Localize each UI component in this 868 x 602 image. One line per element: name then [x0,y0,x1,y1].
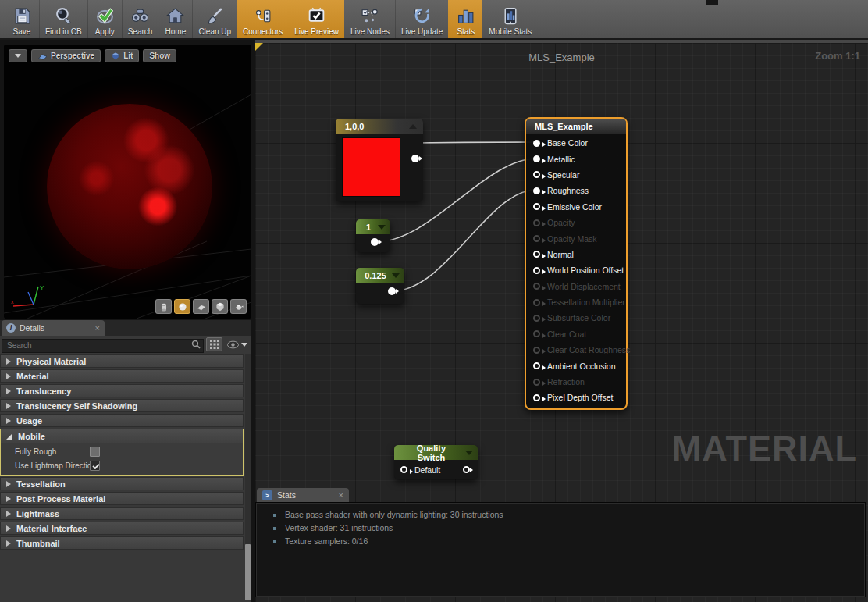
details-category-header[interactable]: Physical Material [0,354,244,368]
use-lightmap-direction-checkbox[interactable] [90,461,100,471]
material-pin-row[interactable]: World Position Offset [533,262,626,278]
close-icon[interactable]: × [339,491,343,500]
node-constant-0125[interactable]: 0.125 [356,268,404,304]
mobile-category-header[interactable]: Mobile [1,429,243,443]
details-category-header[interactable]: Usage [0,414,244,427]
save-button[interactable]: Save [5,0,39,38]
node-header[interactable]: Quality Switch [394,445,478,460]
pin-circle-icon[interactable] [533,315,540,322]
details-category-header[interactable]: Thumbnail [0,536,244,550]
pin-circle-icon[interactable] [533,140,540,147]
node-header[interactable]: 1 [356,219,390,234]
pin-circle-icon[interactable] [533,330,540,337]
material-pin-row[interactable]: Specular [533,167,626,183]
details-scrollbar-thumb[interactable] [245,544,251,600]
pin-circle-icon[interactable] [533,187,540,194]
apply-button[interactable]: Apply [87,0,122,38]
pin-circle-icon[interactable] [533,203,540,210]
lit-mode-button[interactable]: Lit [105,49,139,62]
pin-circle-icon[interactable] [533,299,540,306]
material-preview-sphere[interactable] [47,104,212,269]
node-header[interactable]: 0.125 [356,268,404,283]
property-matrix-button[interactable] [206,337,222,351]
material-pin-row[interactable]: Roughness [533,183,626,198]
color-swatch[interactable] [342,137,400,197]
pin-circle-icon[interactable] [533,362,540,369]
collapse-arrow-icon[interactable] [392,273,400,278]
pin-circle-icon[interactable] [533,155,540,162]
live-nodes-button[interactable]: Live Nodes [344,0,395,38]
pin-circle-icon[interactable] [533,379,540,386]
fully-rough-checkbox[interactable] [90,447,100,457]
viewport-options-dropdown[interactable] [9,49,27,62]
pin-circle-icon[interactable] [533,251,540,258]
details-category-header[interactable]: Translucency Self Shadowing [0,399,244,412]
cube-mesh-button[interactable] [212,299,228,314]
mobile-stats-button[interactable]: Mobile Stats [482,0,537,38]
show-menu-button[interactable]: Show [143,49,176,62]
collapse-arrow-icon[interactable] [378,225,386,230]
graph-panel[interactable]: MLS_Example Zoom 1:1 MATERIAL 1,0,0 [255,43,868,602]
details-category-header[interactable]: Post Process Material [0,492,244,505]
pin-circle-icon[interactable] [533,235,540,242]
search-input[interactable] [2,339,204,353]
output-pin-icon[interactable] [411,155,419,162]
material-pin-row[interactable]: Refraction [533,374,626,390]
material-pin-row[interactable]: Tessellation Multiplier [533,294,626,310]
node-material-result[interactable]: MLS_Example Base Color Metallic [525,117,628,410]
preview-viewport[interactable]: Perspective Lit Show x Y [4,45,251,319]
output-pin-icon[interactable] [388,287,396,295]
perspective-button[interactable]: Perspective [31,49,101,62]
pin-circle-icon[interactable] [533,347,540,354]
material-pin-row[interactable]: Normal [533,247,626,262]
home-button[interactable]: Home [158,0,192,38]
material-pin-row[interactable]: Ambient Occlusion [533,358,626,373]
details-category-header[interactable]: Lightmass [0,507,244,520]
tab-details[interactable]: i Details × [2,320,105,336]
material-pin-row[interactable]: Opacity [533,215,626,230]
material-pin-row[interactable]: Clear Coat Roughness [533,342,626,358]
material-pin-row[interactable]: Opacity Mask [533,230,626,246]
details-category-header[interactable]: Material [0,369,244,383]
teapot-mesh-button[interactable] [230,299,247,314]
collapse-arrow-icon[interactable] [409,124,417,129]
material-pin-row[interactable]: Base Color [533,135,626,151]
material-pin-row[interactable]: Pixel Depth Offset [533,390,626,405]
material-pin-row[interactable]: Emissive Color [533,199,626,215]
node-header[interactable]: MLS_Example [526,119,626,134]
pin-circle-icon[interactable] [533,171,540,178]
pin-circle-icon[interactable] [533,219,540,226]
view-options-button[interactable] [225,337,250,351]
cylinder-mesh-button[interactable] [155,299,172,314]
search-button[interactable]: Search [122,0,158,38]
find-in-cb-button[interactable]: Find in CB [39,0,87,38]
live-update-button[interactable]: Live Update [395,0,448,38]
details-category-header[interactable]: Translucency [0,384,244,397]
output-pin-icon[interactable] [371,238,379,246]
pin-circle-icon[interactable] [533,267,540,274]
details-category-header[interactable]: Material Interface [0,522,244,535]
pin-circle-icon[interactable] [533,283,540,290]
stats-button[interactable]: Stats [448,0,482,38]
pin-circle-icon[interactable] [400,466,407,473]
close-icon[interactable]: × [95,324,100,333]
material-pin-row[interactable]: World Displacement [533,279,626,294]
output-pin-icon[interactable] [463,466,470,473]
details-scrollbar-track[interactable] [245,354,251,600]
details-category-header[interactable]: Tessellation [0,477,244,490]
sphere-mesh-button[interactable] [174,299,190,314]
live-preview-button[interactable]: Live Preview [288,0,344,38]
tab-stats[interactable]: > Stats × [257,488,349,502]
pin-circle-icon[interactable] [533,394,540,401]
node-constant-1[interactable]: 1 [356,219,390,252]
material-pin-row[interactable]: Metallic [533,151,626,166]
clean-up-button[interactable]: Clean Up [192,0,237,38]
material-pin-row[interactable]: Subsurface Color [533,310,626,326]
connectors-button[interactable]: Connectors [237,0,288,38]
node-header[interactable]: 1,0,0 [336,119,423,134]
material-pin-row[interactable]: Clear Coat [533,326,626,342]
plane-mesh-button[interactable] [193,299,209,314]
node-constant3vector[interactable]: 1,0,0 [336,119,423,201]
node-quality-switch[interactable]: Quality Switch Default [394,445,478,479]
collapse-arrow-icon[interactable] [465,451,473,455]
